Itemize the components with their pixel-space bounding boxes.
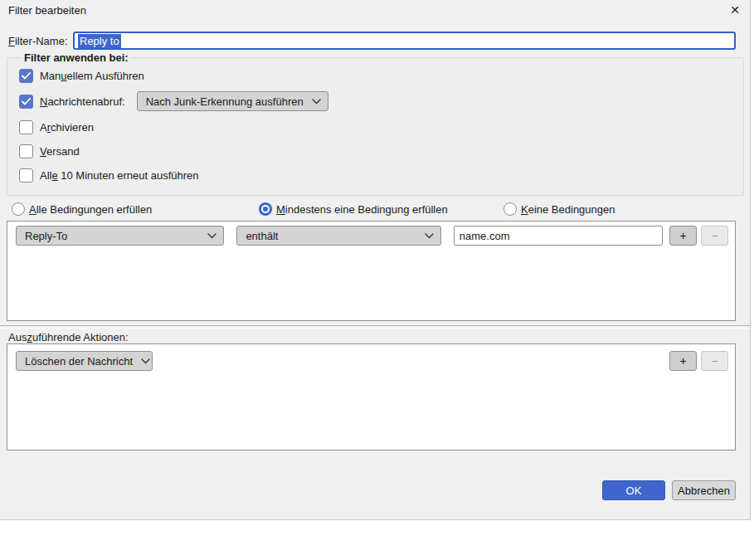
archive-label: Archivieren: [40, 121, 94, 134]
cancel-label: Abbrechen: [678, 485, 730, 497]
manual-run-label: Manuellem Ausführen: [40, 70, 144, 82]
check-icon: [22, 72, 31, 80]
condition-operator-dropdown[interactable]: enthält: [236, 226, 440, 246]
periodic-checkbox[interactable]: [19, 168, 33, 183]
chevron-down-icon: [425, 233, 434, 239]
send-label: Versand: [40, 145, 80, 158]
radio-none-label: Keine Bedingungen: [521, 203, 615, 216]
fetch-mode-value: Nach Junk-Erkennung ausführen: [146, 95, 304, 108]
actions-box: Löschen der Nachricht + −: [7, 343, 736, 450]
check-icon: [22, 98, 31, 105]
close-button[interactable]: ✕: [723, 1, 747, 19]
filter-name-row: Filter-Name: Reply to: [0, 32, 750, 51]
fetch-label: Nachrichtenabruf:: [40, 95, 125, 108]
actions-label: Auszuführende Aktionen:: [8, 331, 129, 343]
radio-no-conditions[interactable]: Keine Bedingungen: [503, 202, 615, 216]
action-dropdown[interactable]: Löschen der Nachricht: [16, 351, 153, 371]
condition-value-text: name.com: [460, 230, 510, 242]
condition-field-value: Reply-To: [25, 230, 67, 242]
chevron-down-icon: [312, 99, 321, 105]
minus-icon: −: [711, 229, 718, 242]
archive-checkbox[interactable]: [19, 120, 33, 134]
condition-value-input[interactable]: name.com: [454, 226, 663, 246]
radio-all-conditions[interactable]: Alle Bedingungen erfüllen: [12, 202, 152, 216]
screen: Filter bearbeiten ✕ Filter-Name: Reply t…: [0, 0, 754, 560]
section-separator: [0, 325, 750, 329]
ok-button[interactable]: OK: [602, 480, 665, 500]
periodic-label: Alle 10 Minuten erneut ausführen: [40, 169, 199, 182]
filter-name-label: Filter-Name:: [8, 35, 68, 47]
radio-icon: [259, 202, 272, 216]
checkbox-row-send: Versand: [19, 143, 743, 159]
plus-icon: +: [680, 229, 687, 242]
apply-when-legend: Filter anwenden bei:: [21, 51, 132, 64]
radio-all-label: Alle Bedingungen erfüllen: [29, 203, 152, 216]
action-value: Löschen der Nachricht: [25, 355, 133, 368]
remove-condition-button[interactable]: −: [701, 226, 728, 246]
add-condition-button[interactable]: +: [669, 226, 697, 246]
titlebar: Filter bearbeiten ✕: [0, 0, 750, 20]
condition-row: Reply-To enthält name.com + −: [16, 226, 728, 246]
filter-name-value: Reply to: [78, 34, 121, 48]
match-type-row: Alle Bedingungen erfüllen Mindestens ein…: [0, 202, 750, 219]
condition-field-dropdown[interactable]: Reply-To: [16, 226, 224, 246]
checkbox-row-archive: Archivieren: [19, 119, 743, 135]
checkbox-row-fetch: Nachrichtenabruf: Nach Junk-Erkennung au…: [19, 91, 743, 111]
radio-any-label: Mindestens eine Bedingung erfüllen: [276, 203, 448, 216]
plus-icon: +: [679, 354, 686, 368]
apply-when-group: Filter anwenden bei: Manuellem Ausführen…: [7, 51, 744, 196]
chevron-down-icon: [207, 233, 216, 239]
remove-action-button[interactable]: −: [701, 351, 728, 371]
add-action-button[interactable]: +: [669, 351, 697, 371]
condition-operator-value: enthält: [246, 230, 278, 242]
dialog-title: Filter bearbeiten: [8, 4, 86, 17]
action-row: Löschen der Nachricht + −: [16, 351, 728, 371]
cancel-button[interactable]: Abbrechen: [672, 480, 736, 500]
close-icon: ✕: [730, 3, 740, 17]
filter-edit-dialog: Filter bearbeiten ✕ Filter-Name: Reply t…: [0, 0, 751, 520]
filter-name-input[interactable]: Reply to: [73, 32, 736, 50]
ok-label: OK: [626, 485, 642, 497]
conditions-box: Reply-To enthält name.com + −: [7, 221, 736, 321]
radio-icon: [12, 202, 25, 216]
send-checkbox[interactable]: [19, 144, 33, 158]
radio-any-condition[interactable]: Mindestens eine Bedingung erfüllen: [259, 202, 448, 216]
fetch-checkbox[interactable]: [19, 95, 33, 109]
fetch-mode-dropdown[interactable]: Nach Junk-Erkennung ausführen: [137, 91, 328, 111]
checkbox-row-manual: Manuellem Ausführen: [19, 67, 743, 84]
chevron-down-icon: [141, 358, 150, 364]
minus-icon: −: [711, 354, 718, 368]
radio-icon: [503, 202, 517, 216]
checkbox-row-periodic: Alle 10 Minuten erneut ausführen: [19, 167, 743, 183]
manual-run-checkbox[interactable]: [19, 69, 33, 83]
